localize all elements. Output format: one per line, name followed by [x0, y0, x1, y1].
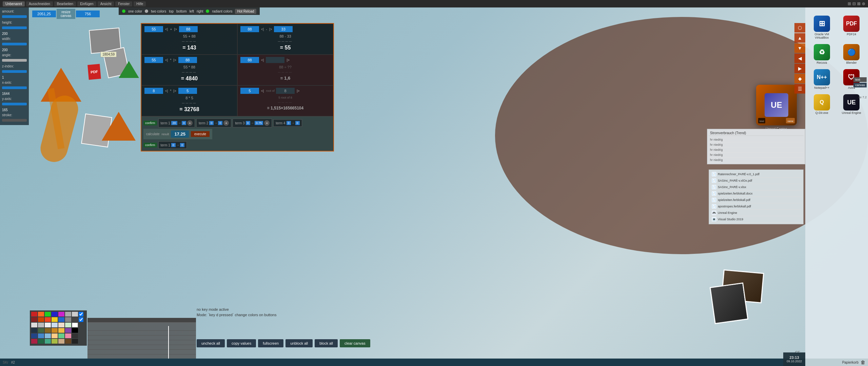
- file-item-4[interactable]: 📄 spielzeiten.ferblokall.docx: [710, 190, 802, 197]
- palette-navy[interactable]: [31, 328, 37, 333]
- arrow-left-1[interactable]: <|: [164, 27, 169, 31]
- term-4-val2[interactable]: 0: [295, 121, 300, 125]
- one-color-label[interactable]: one color: [128, 9, 142, 13]
- comp-input-3-left[interactable]: [144, 88, 163, 94]
- palette-sky-blue[interactable]: [45, 333, 51, 338]
- toolbar-tab-fenster[interactable]: Fenster: [115, 1, 132, 6]
- left-label[interactable]: left: [190, 9, 194, 13]
- palette-dark-orange[interactable]: [38, 317, 44, 322]
- side-btn-3[interactable]: ▼: [794, 43, 805, 53]
- stroke-slider[interactable]: [2, 119, 27, 122]
- toolbar-icon-4[interactable]: ⊛: [862, 1, 865, 6]
- file-item-7[interactable]: 🎮 Unreal Engine: [710, 210, 802, 216]
- palette-white[interactable]: [72, 323, 78, 327]
- term-single-val1[interactable]: 0: [171, 143, 176, 147]
- palette-light-gold[interactable]: [58, 328, 64, 333]
- palette-dark-blue[interactable]: [31, 333, 37, 338]
- ue-icon-box[interactable]: UE bind name: [756, 85, 797, 125]
- palette-orange[interactable]: [38, 312, 44, 317]
- arrow-right-6[interactable]: |>: [296, 89, 300, 93]
- arrow-right-3[interactable]: |>: [173, 89, 177, 93]
- toolbar-tab-hilfe[interactable]: Hilfe: [134, 1, 146, 6]
- palette-checkbox-2[interactable]: [79, 317, 83, 322]
- palette-near-black[interactable]: [72, 339, 78, 344]
- side-btn-1[interactable]: ⬡: [794, 23, 805, 33]
- term-1-plus[interactable]: +: [187, 120, 193, 126]
- palette-peach[interactable]: [58, 323, 64, 327]
- comp-input-6-right[interactable]: [276, 88, 295, 94]
- z-index-slider[interactable]: [2, 70, 27, 73]
- term-3-val1[interactable]: 0: [246, 121, 250, 125]
- app-icon-qdir[interactable]: Q Q-Dir.exe: [808, 93, 836, 116]
- term-3-val2[interactable]: 0.75: [255, 121, 263, 125]
- comp-input-5-right[interactable]: [266, 57, 284, 63]
- palette-purple[interactable]: [58, 312, 64, 317]
- palette-medium-blue[interactable]: [38, 333, 44, 338]
- side-btn-4[interactable]: ◀: [794, 54, 805, 63]
- palette-charcoal[interactable]: [72, 333, 78, 338]
- palette-mint[interactable]: [58, 333, 64, 338]
- app-icon-blender[interactable]: 🔵 Blender: [838, 43, 866, 66]
- hot-reload-button[interactable]: Hot Reload: [235, 9, 256, 14]
- palette-crimson[interactable]: [31, 339, 37, 344]
- comp-input-1-left[interactable]: [144, 26, 163, 32]
- toolbar-tab-ansicht[interactable]: Ansicht: [98, 1, 114, 6]
- angle-slider[interactable]: [2, 59, 27, 62]
- arrow-left-3[interactable]: <|: [164, 89, 169, 93]
- palette-forest[interactable]: [38, 339, 44, 344]
- palette-red-orange[interactable]: [45, 317, 51, 322]
- palette-light-orange[interactable]: [52, 333, 58, 338]
- palette-green[interactable]: [45, 312, 51, 317]
- palette-yellow[interactable]: [52, 317, 58, 322]
- top-label[interactable]: top: [169, 9, 174, 13]
- bottom-label[interactable]: bottom: [176, 9, 187, 13]
- block-all-button[interactable]: block all: [315, 339, 338, 347]
- papierkorb-icon[interactable]: 🗑: [861, 360, 865, 365]
- comp-input-5-left[interactable]: [240, 57, 259, 63]
- palette-red[interactable]: [31, 312, 37, 317]
- right-label[interactable]: right: [197, 9, 203, 13]
- unblock-all-button[interactable]: unblock all: [285, 339, 313, 347]
- app-icon-notepad-plus[interactable]: N++ Notepad++: [808, 68, 836, 91]
- palette-dark-brown[interactable]: [65, 339, 71, 344]
- palette-mid-blue[interactable]: [58, 317, 64, 322]
- palette-light-blue[interactable]: [52, 323, 58, 327]
- x-axis-slider[interactable]: [2, 86, 27, 89]
- side-btn-5[interactable]: ▶: [794, 64, 805, 73]
- palette-dark-gray[interactable]: [72, 317, 78, 322]
- app-icon-oracle-vm[interactable]: ⊞ Oracle VM VirtualBox: [808, 14, 836, 41]
- arrow-right-5[interactable]: |>: [286, 58, 290, 62]
- comp-input-4-right[interactable]: [274, 26, 293, 32]
- uncheck-all-button[interactable]: uncheck all: [197, 339, 225, 347]
- palette-light-green[interactable]: [65, 323, 71, 327]
- term-4-val1[interactable]: 0: [287, 121, 291, 125]
- position-button[interactable]: 2051,25: [32, 11, 56, 17]
- term-3-plus[interactable]: +: [264, 120, 270, 126]
- fullscreen-button[interactable]: fullscreen: [258, 339, 283, 347]
- side-btn-7[interactable]: ☰: [794, 84, 805, 94]
- palette-lime[interactable]: [52, 339, 58, 344]
- arrow-left-2[interactable]: <|: [164, 58, 169, 62]
- radiant-label[interactable]: radiant colors: [212, 9, 232, 13]
- file-item-1[interactable]: 📄 Ratenrechner_PARÉ-v.0_1.pdf: [710, 171, 802, 178]
- palette-violet[interactable]: [65, 328, 71, 333]
- palette-gold[interactable]: [52, 328, 58, 333]
- height-slider[interactable]: [2, 26, 27, 29]
- term-2-val1[interactable]: 0: [209, 121, 214, 125]
- toolbar-tab-bearbeiten[interactable]: Bearbeiten: [54, 1, 76, 6]
- papierkorb-label[interactable]: Papierkorb: [842, 361, 859, 364]
- toolbar-tab-ausschneiden[interactable]: Ausschneiden: [26, 1, 53, 6]
- size-value-button[interactable]: 756: [76, 11, 100, 17]
- app-icon-pdf24[interactable]: PDF PDF24: [838, 14, 866, 41]
- file-item-6[interactable]: 📄 apostropes.ferblokall.pdf: [710, 203, 802, 210]
- palette-tan[interactable]: [58, 339, 64, 344]
- amount-slider[interactable]: [2, 15, 27, 18]
- palette-light-gray1[interactable]: [31, 323, 37, 327]
- comp-input-2-left[interactable]: [144, 57, 163, 63]
- palette-gray1[interactable]: [65, 312, 71, 317]
- confirm-badge-1[interactable]: confirm: [143, 121, 157, 125]
- file-item-2[interactable]: 📄 SASInc_PARÉ-v.xlOx.pdf: [710, 178, 802, 184]
- clear-canvas-button[interactable]: clear canvas: [340, 339, 370, 347]
- palette-dark-red[interactable]: [31, 317, 37, 322]
- confirm-badge-2[interactable]: confirm: [143, 143, 157, 147]
